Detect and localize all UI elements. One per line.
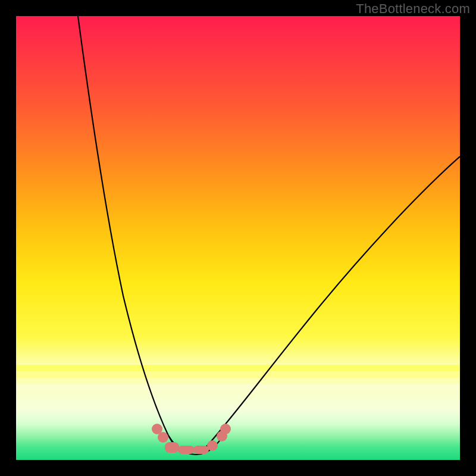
valley-marker — [207, 440, 218, 451]
valley-marker — [158, 432, 168, 443]
valley-marker — [220, 424, 231, 434]
right-curve — [204, 156, 460, 449]
left-curve — [78, 16, 183, 453]
watermark-label: TheBottleneck.com — [356, 1, 470, 17]
chart-frame: TheBottleneck.com — [0, 0, 476, 476]
plot-area — [16, 16, 460, 460]
valley-marker — [178, 446, 195, 454]
curves-layer — [16, 16, 460, 460]
valley-marker — [193, 446, 209, 454]
valley-marker — [165, 442, 179, 453]
